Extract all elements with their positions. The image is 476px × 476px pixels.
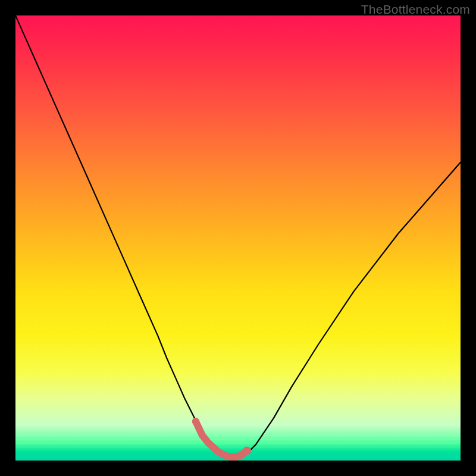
optimal-range-dot xyxy=(199,433,205,439)
bottleneck-curve xyxy=(15,15,461,457)
optimal-range-dot xyxy=(237,452,244,459)
optimal-range-dot xyxy=(211,444,217,450)
plot-area xyxy=(15,15,461,461)
optimal-range-dot xyxy=(243,447,251,455)
curve-svg xyxy=(15,15,461,461)
optimal-range-dot xyxy=(205,439,212,446)
optimal-range-markers xyxy=(192,418,251,461)
optimal-range-dot xyxy=(192,418,199,425)
watermark-text: TheBottleneck.com xyxy=(361,2,470,17)
chart-frame: TheBottleneck.com xyxy=(0,0,476,476)
